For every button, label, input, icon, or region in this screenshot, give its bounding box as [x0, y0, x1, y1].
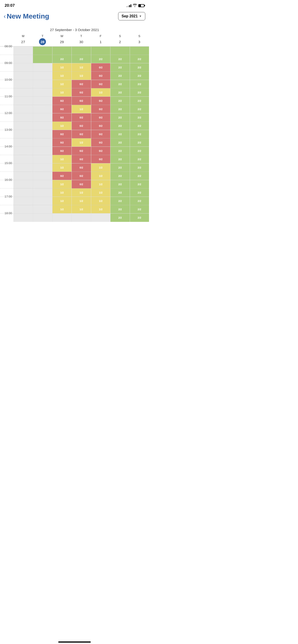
calendar-cell[interactable]: 1/2 [72, 188, 91, 197]
calendar-cell[interactable]: 1/2 [91, 172, 110, 180]
calendar-cell[interactable]: 0/2 [72, 122, 91, 130]
calendar-cell[interactable] [14, 197, 33, 205]
calendar-cell[interactable]: 2/2 [110, 172, 130, 180]
calendar-cell[interactable]: 0/2 [72, 88, 91, 97]
calendar-cell[interactable] [33, 197, 52, 205]
calendar-cell[interactable]: 2/2 [130, 172, 149, 180]
calendar-cell[interactable]: 0/2 [72, 97, 91, 105]
calendar-cell[interactable]: 0/2 [91, 113, 110, 122]
calendar-cell[interactable] [33, 188, 52, 197]
calendar-cell[interactable]: 1/2 [72, 63, 91, 72]
calendar-cell[interactable] [14, 80, 33, 88]
calendar-cell[interactable]: 2/2 [130, 214, 149, 222]
calendar-cell[interactable]: 2/2 [130, 147, 149, 155]
calendar-cell[interactable] [14, 63, 33, 72]
back-button[interactable]: ‹ [4, 13, 6, 19]
calendar-cell[interactable]: 2/2 [110, 122, 130, 130]
calendar-cell[interactable]: 1/2 [72, 205, 91, 214]
calendar-cell[interactable]: 1/2 [52, 72, 72, 80]
calendar-cell[interactable]: 0/2 [72, 180, 91, 188]
calendar-cell[interactable]: 0/2 [72, 113, 91, 122]
calendar-cell[interactable]: 2/2 [130, 155, 149, 164]
calendar-cell[interactable]: 1/2 [52, 180, 72, 188]
calendar-cell[interactable]: 2/2 [110, 88, 130, 97]
calendar-cell[interactable]: 1/2 [72, 138, 91, 147]
calendar-cell[interactable] [33, 130, 52, 138]
calendar-cell[interactable] [14, 97, 33, 105]
calendar-cell[interactable]: 2/2 [130, 88, 149, 97]
calendar-cell[interactable]: 2/2 [110, 180, 130, 188]
calendar-cell[interactable] [52, 214, 72, 222]
calendar-cell[interactable]: 2/2 [130, 63, 149, 72]
calendar-cell[interactable]: 2/2 [110, 197, 130, 205]
calendar-cell[interactable]: 1/2 [52, 205, 72, 214]
calendar-cell[interactable] [33, 164, 52, 172]
calendar-cell[interactable]: 2/2 [130, 122, 149, 130]
calendar-cell[interactable]: 1/2 [52, 164, 72, 172]
month-selector-button[interactable]: Sep 2021 ▼ [118, 12, 145, 20]
calendar-cell[interactable]: 0/2 [91, 80, 110, 88]
calendar-cell[interactable] [33, 172, 52, 180]
calendar-cell[interactable]: 2/2 [130, 97, 149, 105]
calendar-cell[interactable] [14, 180, 33, 188]
calendar-cell[interactable] [91, 214, 110, 222]
calendar-cell[interactable] [14, 46, 33, 55]
calendar-cell[interactable] [91, 46, 110, 55]
calendar-cell[interactable] [14, 72, 33, 80]
calendar-cell[interactable]: 1/2 [52, 80, 72, 88]
calendar-cell[interactable]: 2/2 [130, 138, 149, 147]
calendar-cell[interactable]: 1/2 [52, 63, 72, 72]
calendar-cell[interactable]: 2/2 [130, 197, 149, 205]
calendar-cell[interactable] [14, 88, 33, 97]
calendar-cell[interactable]: 0/2 [52, 130, 72, 138]
calendar-cell[interactable]: 0/2 [72, 164, 91, 172]
calendar-cell[interactable] [14, 147, 33, 155]
calendar-cell[interactable]: 1/2 [52, 188, 72, 197]
calendar-cell[interactable]: 2/2 [130, 164, 149, 172]
calendar-cell[interactable] [14, 138, 33, 147]
calendar-cell[interactable]: 2/2 [110, 72, 130, 80]
calendar-cell[interactable] [33, 46, 52, 55]
calendar-cell[interactable] [33, 97, 52, 105]
calendar-cell[interactable] [14, 164, 33, 172]
calendar-cell[interactable]: 1/2 [91, 205, 110, 214]
calendar-cell[interactable] [14, 55, 33, 63]
calendar-cell[interactable] [33, 214, 52, 222]
calendar-cell[interactable]: 2/2 [110, 130, 130, 138]
calendar-cell[interactable]: 2/2 [130, 205, 149, 214]
calendar-cell[interactable]: 0/2 [91, 147, 110, 155]
calendar-cell[interactable]: 0/2 [72, 172, 91, 180]
calendar-cell[interactable] [72, 214, 91, 222]
calendar-cell[interactable]: 1/2 [91, 164, 110, 172]
calendar-cell[interactable]: 2/2 [110, 147, 130, 155]
calendar-cell[interactable]: 0/2 [52, 97, 72, 105]
calendar-cell[interactable]: 0/2 [91, 130, 110, 138]
calendar-cell[interactable] [14, 122, 33, 130]
calendar-cell[interactable]: 1/2 [72, 197, 91, 205]
calendar-cell[interactable] [33, 205, 52, 214]
calendar-cell[interactable] [130, 46, 149, 55]
calendar-cell[interactable]: 2/2 [110, 155, 130, 164]
calendar-cell[interactable] [14, 155, 33, 164]
calendar-cell[interactable]: 2/2 [110, 188, 130, 197]
calendar-cell[interactable] [14, 214, 33, 222]
calendar-cell[interactable]: 2/2 [110, 55, 130, 63]
calendar-cell[interactable]: 1/2 [72, 72, 91, 80]
calendar-cell[interactable]: 0/2 [91, 155, 110, 164]
calendar-cell[interactable]: 0/2 [72, 155, 91, 164]
calendar-cell[interactable]: 1/2 [52, 155, 72, 164]
calendar-cell[interactable] [14, 113, 33, 122]
calendar-cell[interactable]: 0/2 [52, 172, 72, 180]
calendar-cell[interactable]: 2/2 [110, 63, 130, 72]
calendar-cell[interactable]: 2/2 [110, 113, 130, 122]
calendar-cell[interactable] [33, 113, 52, 122]
calendar-cell[interactable] [110, 46, 130, 55]
calendar-cell[interactable] [33, 72, 52, 80]
calendar-cell[interactable]: 1/2 [72, 105, 91, 113]
calendar-cell[interactable]: 1/2 [91, 197, 110, 205]
calendar-cell[interactable]: 2/2 [110, 80, 130, 88]
calendar-cell[interactable]: 0/2 [91, 138, 110, 147]
calendar-cell[interactable] [33, 80, 52, 88]
calendar-cell[interactable]: 1/2 [52, 88, 72, 97]
calendar-cell[interactable]: 0/2 [52, 138, 72, 147]
